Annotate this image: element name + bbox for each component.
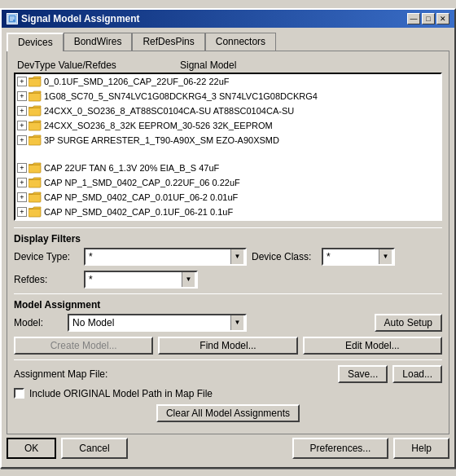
main-window: Signal Model Assignment — □ ✕ Devices Bo…	[0, 8, 456, 469]
col-header-signal: Signal Model	[180, 60, 439, 71]
title-bar: Signal Model Assignment — □ ✕	[2, 10, 454, 28]
list-item-text: CAP NP_SMD_0402_CAP_0.1UF_06-21 0.1uF	[44, 205, 233, 218]
device-type-row: Device Type: * ▼ Device Class: * ▼	[14, 248, 442, 266]
divider-2	[14, 293, 442, 294]
folder-icon	[28, 120, 42, 131]
svg-rect-4	[28, 78, 41, 86]
list-item[interactable]: + 3P SURGE ARRESTER_1_T90-A90X_SM EZO-A9…	[15, 133, 442, 148]
auto-setup-button[interactable]: Auto Setup	[375, 314, 442, 332]
maximize-button[interactable]: □	[422, 13, 435, 24]
expand-btn[interactable]: +	[17, 207, 27, 217]
svg-rect-6	[28, 108, 41, 116]
expand-btn[interactable]: +	[17, 178, 27, 187]
close-button[interactable]: ✕	[436, 13, 449, 24]
svg-rect-12	[28, 209, 41, 217]
table-header: DevType Value/Refdes Signal Model	[14, 58, 442, 73]
list-item-text: 3P SURGE ARRESTER_1_T90-A90X_SM EZO-A90X…	[44, 134, 279, 147]
folder-icon	[28, 90, 42, 102]
refdes-dropdown[interactable]: * ▼	[84, 271, 198, 289]
model-assignment-label: Model Assignment	[14, 299, 442, 311]
title-bar-left: Signal Model Assignment	[7, 13, 140, 24]
list-item-text: 24CXX_SO236_8_32K EEPROM_30-526 32K_EEPR…	[44, 119, 273, 132]
footer-left: OK Cancel	[7, 438, 128, 459]
expand-btn[interactable]: +	[17, 91, 27, 101]
refdes-label: Refdes:	[14, 274, 79, 285]
edit-model-button[interactable]: Edit Model...	[303, 337, 442, 355]
footer-right: Preferences... Help	[292, 438, 449, 459]
svg-rect-5	[28, 93, 41, 101]
list-item[interactable]: + 24CXX_SO236_8_32K EEPROM_30-526 32K_EE…	[15, 118, 442, 133]
expand-btn[interactable]: +	[17, 192, 27, 202]
list-item[interactable]	[15, 148, 442, 161]
tab-refdesins[interactable]: RefDesPins	[132, 33, 204, 51]
device-class-arrow: ▼	[379, 249, 392, 264]
divider-3	[14, 359, 442, 360]
app-icon	[7, 13, 18, 24]
model-dropdown[interactable]: No Model ▼	[68, 314, 247, 332]
include-original-row: Include ORIGINAL Model Path in Map File	[14, 388, 442, 399]
list-item[interactable]: + 0_0.1UF_SMD_1206_CAP_22UF_06-22 22uF	[15, 74, 442, 89]
tab-devices[interactable]: Devices	[7, 33, 64, 51]
save-button[interactable]: Save...	[338, 365, 388, 383]
device-type-value: *	[87, 251, 230, 262]
folder-icon	[28, 192, 42, 203]
ok-button[interactable]: OK	[7, 438, 56, 459]
title-buttons: — □ ✕	[407, 13, 449, 24]
model-arrow: ▼	[230, 315, 243, 330]
svg-rect-8	[28, 137, 41, 145]
create-model-button[interactable]: Create Model...	[14, 337, 153, 355]
clear-all-button[interactable]: Clear All Model Assignments	[156, 404, 300, 422]
folder-icon	[28, 162, 42, 174]
model-label: Model:	[14, 317, 63, 328]
refdes-value: *	[87, 274, 182, 285]
svg-rect-11	[28, 194, 41, 202]
preferences-button[interactable]: Preferences...	[292, 438, 389, 459]
list-item-text: CAP NP_SMD_0402_CAP_0.01UF_06-2 0.01uF	[44, 191, 238, 204]
list-item[interactable]: + CAP NP_SMD_0402_CAP_0.1UF_06-21 0.1uF	[15, 205, 442, 219]
device-class-value: *	[325, 251, 379, 262]
list-item[interactable]: + CAP NP_SMD_0402_CAP_0.01UF_06-2 0.01uF	[15, 190, 442, 205]
list-item-text: 0_0.1UF_SMD_1206_CAP_22UF_06-22 22uF	[44, 75, 229, 88]
expand-btn[interactable]: +	[17, 135, 27, 145]
model-value: No Model	[71, 317, 230, 328]
folder-icon	[28, 134, 42, 146]
device-class-dropdown[interactable]: * ▼	[322, 248, 395, 266]
svg-rect-10	[28, 179, 41, 187]
cancel-button[interactable]: Cancel	[61, 438, 127, 459]
device-list[interactable]: + 0_0.1UF_SMD_1206_CAP_22UF_06-22 22uF+ …	[14, 73, 442, 221]
list-item[interactable]: + CAP NP_1_SMD_0402_CAP_0.22UF_06 0.22uF	[15, 175, 442, 190]
refdes-row: Refdes: * ▼	[14, 271, 442, 289]
list-item-text: 24CXX_0_SO236_8_AT88SC0104CA-SU AT88SC01…	[44, 104, 294, 117]
load-button[interactable]: Load...	[392, 365, 442, 383]
model-actions-row: Create Model... Find Model... Edit Model…	[14, 337, 442, 355]
device-type-arrow: ▼	[230, 249, 243, 264]
expand-btn[interactable]: +	[17, 77, 27, 86]
window-title: Signal Model Assignment	[21, 13, 140, 24]
find-model-button[interactable]: Find Model...	[158, 337, 297, 355]
tab-bondwires[interactable]: BondWires	[64, 33, 133, 51]
list-item[interactable]: + 24CXX_0_SO236_8_AT88SC0104CA-SU AT88SC…	[15, 104, 442, 118]
device-list-inner: + 0_0.1UF_SMD_1206_CAP_22UF_06-22 22uF+ …	[15, 74, 442, 219]
list-item[interactable]: + 1G08_SC70_5_SN74LVC1G08DCKRG4_3 SN74LV…	[15, 89, 442, 104]
clear-btn-row: Clear All Model Assignments	[14, 404, 442, 422]
minimize-button[interactable]: —	[407, 13, 420, 24]
expand-btn[interactable]: +	[17, 106, 27, 116]
list-item-text: 1G08_SC70_5_SN74LVC1G08DCKRG4_3 SN74LVC1…	[44, 90, 318, 103]
expand-btn[interactable]: +	[17, 163, 27, 173]
map-file-label: Assignment Map File:	[14, 368, 107, 380]
list-item[interactable]: + CAP 22UF TAN 6_1.3V 20% EIA_B_S 47uF	[15, 161, 442, 175]
tab-bar: Devices BondWires RefDesPins Connectors	[7, 33, 449, 51]
include-original-checkbox[interactable]	[14, 388, 24, 399]
include-original-label: Include ORIGINAL Model Path in Map File	[29, 388, 213, 399]
device-type-dropdown[interactable]: * ▼	[84, 248, 247, 266]
tab-connectors[interactable]: Connectors	[205, 33, 276, 51]
col-header-devtype: DevType Value/Refdes	[17, 60, 164, 71]
help-button[interactable]: Help	[393, 438, 449, 459]
folder-icon	[28, 76, 42, 87]
list-item-text: CAP NP_1_SMD_0402_CAP_0.22UF_06 0.22uF	[44, 176, 240, 189]
expand-btn[interactable]: +	[17, 121, 27, 130]
svg-rect-7	[28, 122, 41, 130]
list-item-text: CAP 22UF TAN 6_1.3V 20% EIA_B_S 47uF	[44, 161, 219, 174]
display-filters-label: Display Filters	[14, 233, 442, 245]
window-content: Devices BondWires RefDesPins Connectors …	[2, 28, 454, 467]
